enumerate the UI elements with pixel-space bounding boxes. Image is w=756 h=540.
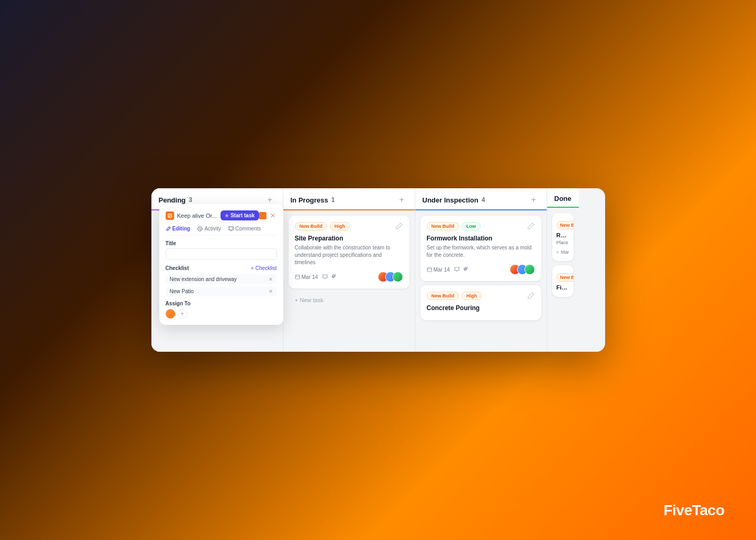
avatar-3-site-prep	[393, 272, 403, 282]
task-title-site-prep: Site Preparation	[295, 235, 403, 242]
add-checklist-button[interactable]: + Checklist	[251, 265, 276, 271]
date-formwork: Mar 14	[434, 267, 450, 273]
svg-rect-2	[557, 251, 559, 253]
tab-comments-label: Comments	[235, 226, 261, 232]
tab-activity[interactable]: Activity	[197, 226, 221, 232]
column-title-under-inspection: Under Inspection	[423, 196, 479, 204]
new-task-label-in-progress: + New task	[295, 297, 324, 303]
popup-tabs: Editing Activity Comments	[166, 226, 277, 235]
done-date-rebar: Mar	[561, 249, 569, 255]
popup-task-icon	[166, 211, 174, 220]
column-in-progress: In Progress 1 + New Build High	[283, 188, 415, 352]
column-count-in-progress: 1	[331, 196, 335, 204]
popup-header: Keep alive Or... Start task ✕	[166, 210, 277, 220]
column-title-wrap-done: Done	[554, 195, 572, 202]
checklist-field-label: Checklist	[166, 265, 189, 271]
badge-priority-concrete: High	[462, 292, 482, 300]
add-assign-button[interactable]: +	[178, 309, 187, 319]
column-title-wrap-under-inspection: Under Inspection 4	[423, 196, 485, 204]
badge-new-build-formwork: New Build	[427, 222, 460, 230]
task-card-formwork: New Build Low Formwork Installation Set …	[420, 216, 541, 281]
avatar-3-formwork	[524, 264, 535, 275]
checklist-item-close-1[interactable]: ✕	[269, 276, 273, 282]
avatars-site-prep	[378, 272, 403, 282]
column-title-in-progress: In Progress	[291, 196, 329, 204]
badge-priority-site-prep: High	[330, 222, 350, 230]
column-body-under-inspection: New Build Low Formwork Installation Set …	[415, 210, 547, 352]
card-edit-icon-site-prep[interactable]	[395, 222, 403, 230]
checklist-item-1: New extension and driveway ✕	[166, 274, 277, 284]
badge-new-build-concrete: New Build	[427, 292, 460, 300]
column-done: Done New B... Rebar I... Place ar... wit…	[547, 188, 579, 352]
assign-label: Assign To	[166, 301, 277, 306]
column-title-wrap-in-progress: In Progress 1	[291, 196, 335, 204]
meta-attach-site-prep	[332, 274, 337, 279]
column-body-done: New B... Rebar I... Place ar... within t…	[547, 208, 579, 352]
checklist-item-close-2[interactable]: ✕	[269, 288, 273, 294]
card-edit-icon-concrete[interactable]	[527, 292, 535, 300]
task-title-rebar: Rebar I...	[557, 232, 569, 238]
avatars-formwork	[510, 264, 535, 275]
tab-comments[interactable]: Comments	[228, 226, 261, 232]
popup-title-row: Keep alive Or...	[166, 211, 221, 220]
new-task-in-progress[interactable]: + New task	[289, 293, 409, 307]
meta-comments-site-prep	[322, 274, 328, 279]
column-header-in-progress: In Progress 1 +	[283, 188, 415, 210]
badge-priority-formwork: Low	[462, 222, 481, 230]
popup-color-square	[259, 212, 266, 219]
task-meta-formwork: Mar 14	[427, 267, 469, 273]
title-input-field[interactable]	[166, 248, 277, 260]
column-add-under-inspection[interactable]: +	[529, 195, 539, 205]
task-meta-rebar: Mar	[557, 249, 569, 255]
popup-task-name: Keep alive Or...	[177, 213, 217, 219]
popup-card: Keep alive Or... Start task ✕	[159, 204, 283, 325]
brand-logo: FiveTaco	[664, 502, 724, 519]
tab-editing[interactable]: Editing	[166, 226, 190, 232]
start-task-label: Start task	[231, 213, 255, 218]
task-card-finishing: New B... Finishin...	[552, 265, 573, 297]
meta-attach-formwork	[464, 267, 469, 272]
column-add-in-progress[interactable]: +	[397, 195, 407, 205]
task-footer-formwork: Mar 14	[427, 264, 535, 275]
assign-row: +	[166, 309, 277, 319]
task-desc-site-prep: Collaborate with the construction team t…	[295, 244, 403, 266]
badge-new-build-site-prep: New Build	[295, 222, 328, 230]
badge-done-2: New B...	[557, 273, 573, 282]
task-desc-rebar: Place ar... within th...	[557, 240, 569, 245]
popup-close-button[interactable]: ✕	[269, 211, 277, 220]
checklist-item-2: New Patio ✕	[166, 286, 277, 296]
column-body-in-progress: New Build High Site Preparation Collabor…	[283, 210, 415, 352]
task-card-header-concrete: New Build High	[427, 292, 535, 300]
column-header-under-inspection: Under Inspection 4 +	[415, 188, 547, 210]
date-site-prep: Mar 14	[302, 274, 318, 280]
title-field-label: Title	[166, 240, 277, 246]
badge-done-1: New B...	[557, 221, 573, 229]
checklist-header: Checklist + Checklist	[166, 265, 277, 271]
badge-group-site-prep: New Build High	[295, 222, 350, 230]
checklist-item-text-1: New extension and driveway	[170, 276, 237, 282]
svg-rect-1	[427, 268, 432, 272]
column-count-under-inspection: 4	[482, 196, 485, 204]
svg-rect-0	[295, 275, 300, 279]
popup-overlay: Keep alive Or... Start task ✕	[151, 188, 283, 352]
task-title-concrete: Concrete Pouring	[427, 304, 535, 312]
task-meta-site-prep: Mar 14	[295, 274, 337, 280]
column-title-done: Done	[554, 195, 572, 202]
task-title-formwork: Formwork Installation	[427, 235, 535, 242]
badge-group-formwork: New Build Low	[427, 222, 481, 230]
meta-date-formwork: Mar 14	[427, 267, 450, 273]
column-under-inspection: Under Inspection 4 + New Build Low	[415, 188, 547, 352]
meta-comments-formwork	[454, 267, 460, 272]
badge-group-concrete: New Build High	[427, 292, 482, 300]
start-task-button[interactable]: Start task	[221, 210, 259, 220]
column-header-done: Done	[547, 188, 579, 208]
meta-date-site-prep: Mar 14	[295, 274, 318, 280]
checklist-item-text-2: New Patio	[170, 288, 194, 294]
task-desc-formwork: Set up the formwork, which serves as a m…	[427, 244, 535, 259]
task-card-header-site-prep: New Build High	[295, 222, 403, 230]
task-footer-site-prep: Mar 14	[295, 272, 403, 282]
tab-activity-label: Activity	[204, 226, 221, 232]
card-edit-icon-formwork[interactable]	[527, 222, 535, 230]
task-card-rebar: New B... Rebar I... Place ar... within t…	[552, 213, 573, 261]
task-title-finishing: Finishin...	[557, 284, 569, 291]
